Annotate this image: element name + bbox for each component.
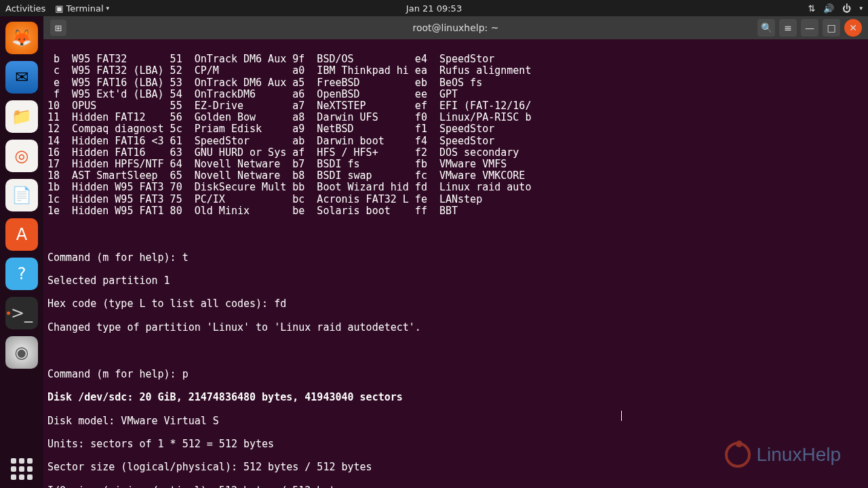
output-line: Changed type of partition 'Linux' to 'Li… bbox=[47, 322, 864, 333]
blank-line bbox=[47, 228, 864, 240]
network-icon[interactable]: ⇅ bbox=[808, 3, 816, 14]
watermark-text: LinuxHelp bbox=[756, 449, 841, 460]
titlebar: ⊞ root@linuxhelp: ~ 🔍 ≡ — □ ✕ bbox=[43, 16, 868, 39]
dock-firefox[interactable]: 🦊 bbox=[5, 22, 38, 54]
clock[interactable]: Jan 21 09:53 bbox=[406, 3, 462, 14]
close-button[interactable]: ✕ bbox=[844, 19, 862, 37]
dock-help[interactable]: ? bbox=[5, 258, 38, 290]
text-cursor bbox=[621, 411, 622, 421]
dock: 🦊 ✉ 📁 ◎ 📄 A ? >_ ◉ bbox=[0, 16, 43, 488]
watermark: LinuxHelp bbox=[725, 442, 841, 468]
disk-header: Disk /dev/sdc: 20 GiB, 21474836480 bytes… bbox=[47, 392, 864, 403]
output-line: Selected partition 1 bbox=[47, 275, 864, 287]
gnome-topbar: Activities ▣ Terminal ▾ Jan 21 09:53 ⇅ 🔊… bbox=[0, 0, 868, 16]
app-menu[interactable]: ▣ Terminal ▾ bbox=[55, 3, 109, 14]
activities-button[interactable]: Activities bbox=[5, 3, 45, 14]
hamburger-menu-icon[interactable]: ≡ bbox=[779, 19, 797, 37]
blank-line bbox=[47, 345, 864, 357]
cmd-prompt: Command (m for help): p bbox=[47, 369, 864, 380]
dock-software[interactable]: A bbox=[5, 218, 38, 251]
app-menu-label: Terminal bbox=[66, 3, 104, 14]
dock-thunderbird[interactable]: ✉ bbox=[5, 61, 38, 94]
chevron-down-icon[interactable]: ▾ bbox=[859, 5, 863, 12]
search-icon[interactable]: 🔍 bbox=[757, 19, 775, 37]
cmd-prompt: Hex code (type L to list all codes): fd bbox=[47, 298, 864, 310]
cmd-prompt: Command (m for help): t bbox=[47, 252, 864, 264]
linuxhelp-logo-icon bbox=[725, 442, 751, 468]
volume-icon[interactable]: 🔊 bbox=[823, 3, 834, 14]
window-title: root@linuxhelp: ~ bbox=[412, 22, 498, 33]
new-tab-button[interactable]: ⊞ bbox=[50, 20, 66, 36]
dock-writer[interactable]: 📄 bbox=[5, 179, 38, 211]
maximize-button[interactable]: □ bbox=[823, 19, 840, 37]
terminal-content[interactable]: b W95 FAT32 51 OnTrack DM6 Aux 9f BSD/OS… bbox=[43, 39, 868, 488]
output-line: Disk model: VMware Virtual S bbox=[47, 415, 864, 427]
power-icon[interactable]: ⏻ bbox=[842, 3, 851, 14]
dock-rhythmbox[interactable]: ◎ bbox=[5, 140, 38, 172]
dock-terminal[interactable]: >_ bbox=[5, 297, 38, 329]
terminal-window: ⊞ root@linuxhelp: ~ 🔍 ≡ — □ ✕ b W95 FAT3… bbox=[43, 16, 868, 488]
terminal-icon: ▣ bbox=[55, 3, 63, 14]
output-line: I/O size (minimum/optimal): 512 bytes / … bbox=[47, 485, 864, 488]
show-apps-button[interactable] bbox=[11, 458, 33, 480]
minimize-button[interactable]: — bbox=[801, 19, 818, 37]
dock-files[interactable]: 📁 bbox=[5, 100, 38, 133]
dock-disc[interactable]: ◉ bbox=[5, 336, 38, 369]
chevron-down-icon: ▾ bbox=[106, 5, 110, 12]
